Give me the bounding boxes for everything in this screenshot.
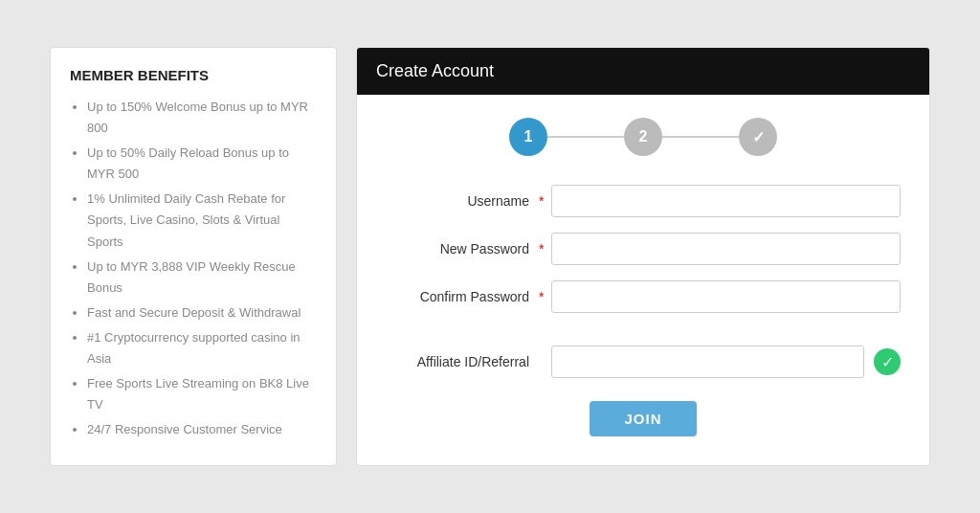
affiliate-row: Affiliate ID/Referral * ✓ <box>386 346 901 378</box>
benefits-list: Up to 150% Welcome Bonus up to MYR 800 U… <box>70 97 317 440</box>
spacer <box>386 328 901 346</box>
join-button[interactable]: JOIN <box>590 401 696 436</box>
main-container: MEMBER BENEFITS Up to 150% Welcome Bonus… <box>31 28 949 485</box>
username-label: Username <box>386 193 539 209</box>
form-panel: Create Account 1 2 ✓ Username * New Pass… <box>356 47 930 466</box>
form-body: 1 2 ✓ Username * New Password * Confirm … <box>357 95 929 465</box>
step-line-2 <box>662 136 739 138</box>
benefits-title: MEMBER BENEFITS <box>70 67 317 83</box>
join-row: JOIN <box>386 401 901 436</box>
list-item: Up to MYR 3,888 VIP Weekly Rescue Bonus <box>87 256 317 299</box>
confirm-row: Confirm Password * <box>386 280 901 313</box>
username-row: Username * <box>386 185 901 217</box>
affiliate-input-group: ✓ <box>551 346 901 378</box>
affiliate-check-icon: ✓ <box>874 348 901 375</box>
password-required-star: * <box>539 241 544 256</box>
list-item: Up to 150% Welcome Bonus up to MYR 800 <box>87 97 317 139</box>
confirm-input[interactable] <box>551 280 901 313</box>
password-input[interactable] <box>551 233 901 265</box>
step-1: 1 <box>509 118 547 156</box>
list-item: Up to 50% Daily Reload Bonus up to MYR 5… <box>87 143 317 185</box>
list-item: 24/7 Responsive Customer Service <box>87 419 317 440</box>
step-2: 2 <box>624 118 662 156</box>
password-label: New Password <box>386 241 539 256</box>
username-required-star: * <box>539 193 544 209</box>
username-input[interactable] <box>551 185 901 217</box>
list-item: 1% Unlimited Daily Cash Rebate for Sport… <box>87 189 317 252</box>
confirm-label: Confirm Password <box>386 289 539 304</box>
confirm-required-star: * <box>539 289 544 304</box>
form-header: Create Account <box>357 48 929 95</box>
stepper: 1 2 ✓ <box>386 118 901 156</box>
password-row: New Password * <box>386 233 901 265</box>
list-item: Fast and Secure Deposit & Withdrawal <box>87 302 317 323</box>
step-line-1 <box>547 136 624 138</box>
list-item: Free Sports Live Streaming on BK8 Live T… <box>87 373 317 415</box>
affiliate-label: Affiliate ID/Referral <box>386 354 539 369</box>
affiliate-input[interactable] <box>551 346 864 378</box>
benefits-panel: MEMBER BENEFITS Up to 150% Welcome Bonus… <box>50 47 337 466</box>
step-done: ✓ <box>739 118 777 156</box>
list-item: #1 Cryptocurrency supported casino in As… <box>87 327 317 369</box>
